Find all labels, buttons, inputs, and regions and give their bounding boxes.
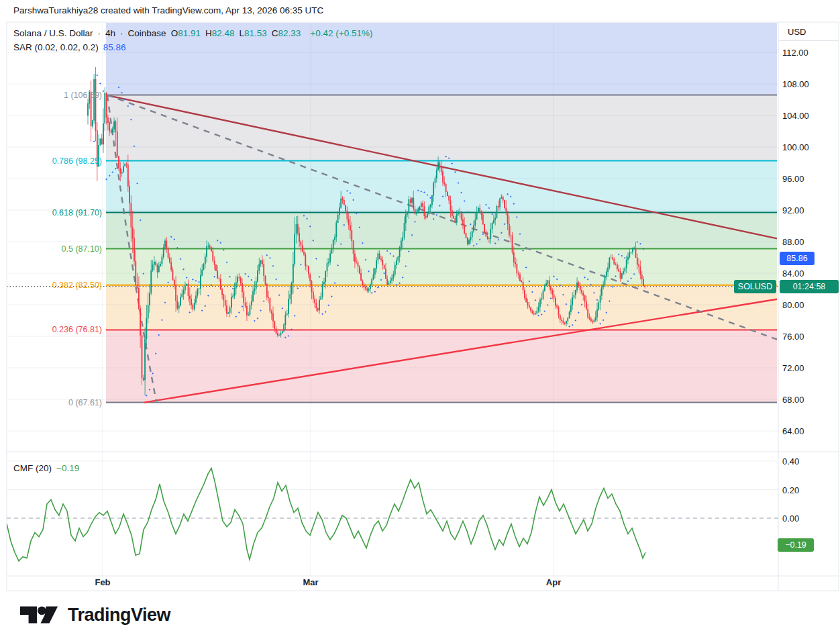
fib-label-0: 0 (67.61)	[68, 398, 102, 407]
tradingview-logo-text: TradingView	[68, 605, 170, 626]
cmf-tick-label: 0.00	[782, 513, 799, 524]
symbol-price-label-badge: SOLUSD	[734, 280, 776, 293]
price-tick-label: 84.00	[782, 268, 804, 279]
sar-indicator-label[interactable]: SAR (0.02, 0.02, 0.2)	[13, 42, 99, 52]
price-tick-label: 92.00	[782, 205, 804, 215]
price-tick-label: 80.00	[782, 300, 804, 310]
price-tick-label: 88.00	[782, 237, 804, 247]
ohlc-values: O81.91H82.48L81.53C82.33	[171, 28, 306, 38]
exchange-label: Coinbase	[128, 28, 166, 38]
change-value: +0.42 (+0.51%)	[310, 28, 372, 38]
cmf-indicator-label[interactable]: CMF (20)	[13, 463, 52, 473]
price-tick-label: 108.00	[782, 79, 809, 89]
time-tick-label-mar: Mar	[303, 577, 318, 587]
symbol-title[interactable]: Solana / U.S. Dollar	[13, 28, 93, 38]
interval-label[interactable]: 4h	[105, 28, 115, 38]
fib-band	[106, 285, 777, 330]
fib-label-0.618: 0.618 (91.70)	[52, 208, 102, 217]
price-tick-label: 68.00	[782, 395, 804, 405]
price-tick-label: 100.00	[782, 142, 809, 152]
fib-label-0.786: 0.786 (98.25)	[52, 156, 102, 166]
price-tick-label: 76.00	[782, 332, 804, 342]
sar-indicator-value: 85.86	[103, 42, 126, 52]
chart-canvas[interactable]	[0, 0, 840, 639]
tradingview-logo[interactable]: TradingView	[20, 605, 170, 626]
bar-countdown-badge: 01:24:58	[780, 280, 839, 293]
price-tick-label: 64.00	[782, 426, 804, 436]
price-tick-label: 72.00	[782, 363, 804, 373]
legend-row-symbol[interactable]: Solana / U.S. Dollar·4h·CoinbaseO81.91H8…	[13, 26, 372, 40]
ohlc-item: O81.91	[171, 28, 201, 38]
price-axis-currency[interactable]: USD	[779, 23, 839, 41]
tradingview-snapshot: ParshwaTurakhiya28 created with TradingV…	[0, 0, 840, 639]
ohlc-item: C82.33	[272, 28, 301, 38]
fib-label-0.382: 0.382 (82.50)	[52, 281, 102, 290]
chart-legend: Solana / U.S. Dollar·4h·CoinbaseO81.91H8…	[13, 26, 372, 54]
time-tick-label-apr: Apr	[546, 577, 561, 587]
attribution-text: ParshwaTurakhiya28 created with TradingV…	[13, 5, 323, 15]
price-tick-label: 104.00	[782, 111, 809, 121]
time-tick-label-feb: Feb	[95, 577, 110, 587]
fib-label-0.5: 0.5 (87.10)	[62, 244, 102, 254]
tradingview-logo-icon	[20, 605, 59, 626]
sar-price-badge: 85.86	[780, 252, 815, 265]
cmf-value-badge: −0.19	[778, 538, 814, 552]
price-tick-label: 96.00	[782, 174, 804, 184]
cmf-tick-label: 0.40	[782, 456, 799, 466]
cmf-indicator-value: −0.19	[56, 463, 79, 473]
ohlc-item: H82.48	[205, 28, 235, 38]
fib-band	[106, 95, 777, 161]
fib-label-0.236: 0.236 (76.81)	[52, 325, 102, 334]
cmf-legend[interactable]: CMF (20)−0.19	[13, 463, 79, 473]
ohlc-item: L81.53	[240, 28, 267, 38]
fib-label-1: 1 (106.59)	[64, 91, 102, 100]
price-tick-label: 112.00	[782, 48, 808, 58]
cmf-tick-label: 0.20	[782, 485, 799, 495]
legend-row-sar[interactable]: SAR (0.02, 0.02, 0.2)85.86	[13, 40, 372, 54]
